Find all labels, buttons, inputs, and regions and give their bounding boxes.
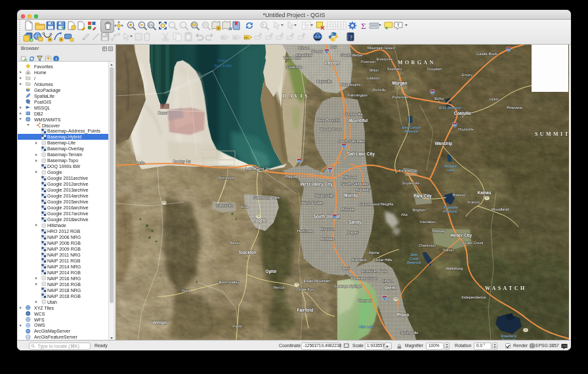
svg-text:Littleton: Littleton	[367, 76, 379, 80]
svg-text:Terra: Terra	[182, 289, 190, 293]
svg-text:15: 15	[333, 216, 336, 218]
svg-text:Snyderville: Snyderville	[402, 181, 420, 185]
svg-text:Millcreek: Millcreek	[343, 175, 357, 179]
svg-text:Milton: Milton	[369, 68, 379, 72]
svg-text:Richville: Richville	[373, 88, 386, 92]
svg-text:T: T	[397, 23, 400, 28]
svg-text:Ophir: Ophir	[265, 269, 277, 274]
svg-text:Echo Reservoir: Echo Reservoir	[439, 106, 462, 110]
svg-text:80: 80	[298, 160, 301, 163]
svg-text:Enterprise: Enterprise	[376, 57, 392, 61]
svg-text:abc: abc	[233, 36, 238, 39]
svg-text:36: 36	[257, 215, 260, 218]
svg-text:DB2: DB2	[26, 112, 30, 115]
svg-text:Tooele: Tooele	[253, 218, 267, 222]
svg-text:Saratoga Springs: Saratoga Springs	[334, 284, 362, 288]
svg-text:80: 80	[453, 124, 456, 127]
svg-text:West Point: West Point	[284, 56, 301, 60]
svg-text:Taylorsville: Taylorsville	[315, 194, 335, 197]
svg-text:Mountain Green: Mountain Green	[368, 46, 395, 50]
svg-text:MORGAN: MORGAN	[398, 60, 436, 66]
svg-text:Layton: Layton	[326, 60, 339, 66]
svg-text:Lake Point Jct: Lake Point Jct	[245, 167, 270, 171]
svg-text:American Fork: American Fork	[362, 269, 387, 273]
svg-text:Cedar Fort: Cedar Fort	[296, 287, 315, 291]
svg-text:Morgan: Morgan	[392, 81, 407, 86]
svg-text:WASATCH: WASATCH	[485, 285, 527, 291]
svg-text:Woods Cross: Woods Cross	[320, 127, 342, 131]
svg-text:Woodland: Woodland	[492, 207, 509, 211]
svg-text:Burmester: Burmester	[219, 176, 236, 180]
svg-text:Bauer: Bauer	[230, 241, 240, 245]
svg-text:Mercur: Mercur	[273, 285, 284, 289]
svg-text:73: 73	[295, 283, 298, 286]
svg-text:Independence: Independence	[461, 295, 486, 299]
svg-text:Midway: Midway	[432, 229, 446, 233]
svg-text:Herriman: Herriman	[297, 229, 313, 233]
svg-text:Salt Lake: Salt Lake	[214, 63, 232, 68]
svg-text:Fairfield: Fairfield	[297, 308, 314, 312]
svg-text:Alpine: Alpine	[369, 251, 380, 255]
svg-text:i: i	[56, 56, 57, 60]
svg-text:SUMMIT: SUMMIT	[535, 131, 569, 137]
svg-text:Center Creek: Center Creek	[462, 241, 484, 245]
svg-text:Park City: Park City	[413, 194, 432, 199]
svg-text:Rowley Jct: Rowley Jct	[173, 159, 191, 163]
svg-text:Midvale: Midvale	[341, 207, 355, 211]
svg-text:Hoytsville: Hoytsville	[458, 127, 474, 131]
svg-text:15: 15	[383, 297, 386, 300]
svg-text:West Jordan: West Jordan	[302, 201, 324, 205]
svg-text:Wanship: Wanship	[435, 141, 452, 146]
svg-text:Francis: Francis	[468, 200, 480, 204]
svg-text:Holladay: Holladay	[356, 188, 371, 192]
svg-text:Daniel: Daniel	[443, 248, 453, 252]
svg-text:Grantsville: Grantsville	[215, 203, 234, 207]
svg-text:Rush Valley: Rush Valley	[219, 280, 240, 284]
svg-text:Centerville: Centerville	[345, 112, 364, 116]
svg-text:196: 196	[162, 201, 166, 204]
svg-text:Charleston: Charleston	[419, 243, 436, 247]
svg-text:Echo: Echo	[434, 96, 444, 100]
svg-text:Riverton: Riverton	[320, 227, 335, 231]
svg-text:Porterville: Porterville	[392, 95, 408, 99]
svg-text:15: 15	[326, 51, 328, 53]
svg-text:Kamas: Kamas	[478, 190, 492, 195]
svg-text:Pleasant Grove: Pleasant Grove	[351, 276, 378, 280]
svg-text:Lindon: Lindon	[382, 279, 394, 283]
svg-text:DAVIS: DAVIS	[283, 93, 310, 99]
svg-text:Farmington: Farmington	[348, 93, 368, 97]
svg-text:Murray: Murray	[344, 193, 358, 198]
svg-text:Highland: Highland	[351, 258, 366, 262]
svg-text:40: 40	[524, 329, 527, 331]
svg-text:Cedar Hills: Cedar Hills	[373, 258, 392, 262]
svg-text:Pineview: Pineview	[507, 106, 522, 110]
svg-text:Wallsburg: Wallsburg	[446, 266, 463, 270]
svg-text:Utah Lake: Utah Lake	[359, 325, 374, 329]
svg-text:Brighton: Brighton	[413, 208, 427, 212]
svg-text:Vernon: Vernon	[152, 320, 167, 325]
svg-text:Kimball Jct: Kimball Jct	[399, 169, 418, 173]
svg-text:South Salt Lake: South Salt Lake	[341, 182, 369, 186]
svg-text:Stockton: Stockton	[238, 250, 256, 255]
svg-text:Draper: Draper	[346, 230, 358, 234]
svg-text:Delle: Delle	[136, 161, 145, 165]
svg-text:Stansbury Park: Stansbury Park	[253, 196, 280, 199]
svg-text:Erda: Erda	[241, 205, 249, 209]
svg-text:Orem: Orem	[385, 285, 396, 290]
svg-text:Faust: Faust	[233, 324, 242, 328]
svg-text:Stoddard: Stoddard	[387, 67, 402, 71]
svg-text:Sunset: Sunset	[311, 49, 323, 53]
svg-text:Bountiful: Bountiful	[349, 118, 368, 123]
svg-text:32: 32	[486, 197, 488, 199]
svg-text:Eagle Mountain: Eagle Mountain	[304, 279, 331, 283]
svg-text:Clinton: Clinton	[298, 46, 309, 50]
svg-text:South Weber: South Weber	[341, 53, 363, 57]
svg-text:Kaysville: Kaysville	[316, 79, 332, 83]
svg-text:abc: abc	[244, 36, 249, 39]
svg-text:Heber City: Heber City	[451, 233, 472, 238]
svg-text:1:1: 1:1	[149, 24, 154, 27]
svg-text:Sandy: Sandy	[348, 220, 362, 225]
svg-text:Hideout: Hideout	[453, 193, 465, 197]
svg-text:Provo: Provo	[397, 312, 409, 317]
svg-text:Alta: Alta	[401, 213, 408, 217]
